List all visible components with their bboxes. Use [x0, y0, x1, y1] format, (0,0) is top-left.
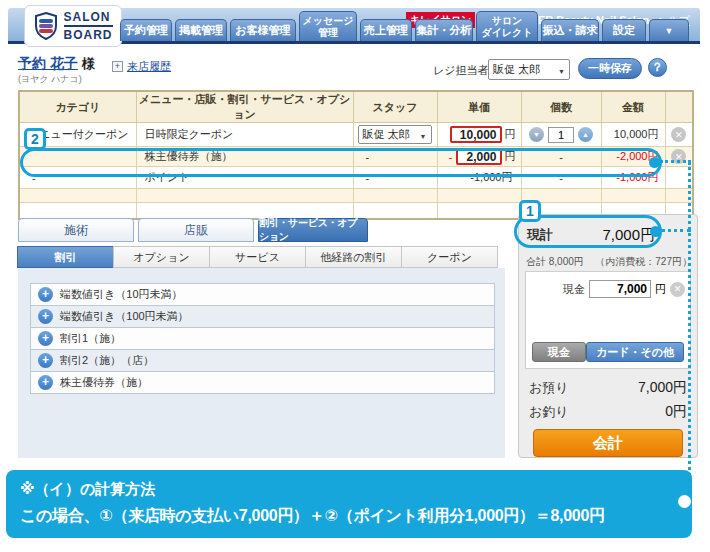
tab-retail[interactable]: 店販	[138, 218, 254, 242]
nav-tab-listing[interactable]: 掲載管理	[175, 19, 227, 41]
nav-tab-reservation[interactable]: 予約管理	[120, 19, 172, 41]
row1-delete-icon[interactable]	[671, 127, 686, 142]
col-delete	[665, 91, 693, 123]
dotted-connector-vertical	[688, 162, 691, 500]
col-quantity: 個数	[521, 91, 601, 123]
row3-menu: ポイント	[136, 167, 353, 189]
top-navbar: SALON BOARD キレイサロン HOT PEPPER Beauty Nai…	[8, 8, 700, 44]
sub-tabs: 割引 オプション サービス 他経路の割引 クーポン	[18, 246, 498, 268]
nav-tab-analytics[interactable]: 集計・分析	[415, 19, 473, 41]
yen-unit: 円	[505, 127, 516, 142]
deposit-label: お預り	[529, 379, 569, 397]
order-table: カテゴリ メニュー・店販・割引・サービス・オプション スタッフ 単価 個数 金額…	[18, 90, 694, 220]
logo-text: SALON BOARD	[64, 11, 113, 41]
order-table-header-row: カテゴリ メニュー・店販・割引・サービス・オプション スタッフ 単価 個数 金額	[19, 91, 693, 123]
chevron-down-icon	[558, 64, 565, 76]
dotted-connector	[661, 229, 691, 232]
temp-save-button[interactable]: 一時保存	[578, 58, 642, 79]
row3-quantity: -	[521, 167, 601, 189]
table-row-shareholder-ticket: 株主優待券（施） - - 円 - -2,000円	[19, 147, 693, 167]
payment-method-tabs: 現金 カード・その他	[532, 342, 684, 362]
subtab-other-route-discount[interactable]: 他経路の割引	[305, 246, 402, 268]
subtab-service[interactable]: サービス	[209, 246, 306, 268]
nav-tab-billing[interactable]: 振込・請求	[541, 19, 599, 41]
yen-unit: 円	[655, 282, 666, 297]
nav-tab-salon-direct[interactable]: サロン ダイレクト	[476, 11, 538, 41]
subtotal-value: 合計 8,000円	[526, 255, 584, 269]
table-row-empty	[19, 189, 693, 203]
discount-list-item[interactable]: 端数値引き（100円未満）	[30, 305, 495, 328]
tab-discount-service-option[interactable]: 割引・サービス・オプション	[258, 218, 368, 242]
current-total-value: 7,000円	[602, 226, 655, 245]
quantity-decrease-icon[interactable]	[529, 127, 544, 142]
calculation-note-box: ※（イ）の計算方法 この場合、①（来店時の支払い7,000円）＋②（ポイント利用…	[6, 470, 692, 538]
row2-quantity: -	[521, 147, 601, 167]
col-unit-price: 単価	[437, 91, 521, 123]
expand-plus-icon	[112, 61, 123, 72]
callout-badge-1: 1	[519, 200, 541, 222]
salon-board-register-page: SALON BOARD キレイサロン HOT PEPPER Beauty Nai…	[0, 0, 710, 552]
add-item-icon[interactable]	[38, 287, 53, 302]
add-item-icon[interactable]	[38, 375, 53, 390]
clear-cash-icon[interactable]	[670, 282, 685, 297]
add-item-icon[interactable]	[38, 309, 53, 324]
row3-staff: -	[353, 167, 437, 189]
payment-panel: 現計 7,000円 合計 8,000円 （内消費税：727円） 現金 円 現金 …	[518, 214, 698, 458]
quantity-increase-icon[interactable]	[578, 127, 593, 142]
current-total-label: 現計	[527, 226, 553, 244]
add-item-icon[interactable]	[38, 331, 53, 346]
customer-kana: (ヨヤク ハナコ)	[18, 73, 82, 86]
subtab-coupon[interactable]: クーポン	[401, 246, 498, 268]
row1-menu: 日時限定クーポン	[136, 123, 353, 147]
callout-badge-2: 2	[24, 128, 46, 150]
row1-staff-select[interactable]: 販促 太郎	[358, 125, 432, 144]
discount-list-item[interactable]: 割引2（施）（店）	[30, 349, 495, 372]
col-menu: メニュー・店販・割引・サービス・オプション	[136, 91, 353, 123]
cashier-select[interactable]: 販促 太郎	[488, 59, 570, 80]
discount-list-item[interactable]: 割引1（施）	[30, 327, 495, 350]
connector-endpoint	[678, 495, 691, 508]
note-title: ※（イ）の計算方法	[20, 480, 678, 499]
nav-tab-message[interactable]: メッセージ 管理	[299, 11, 357, 41]
callout-dot	[649, 157, 660, 168]
cash-amount-input[interactable]	[589, 280, 651, 298]
subtotal-row: 合計 8,000円 （内消費税：727円）	[526, 255, 692, 269]
card-other-method-button[interactable]: カード・その他	[586, 342, 684, 362]
row2-unit-price-input[interactable]	[456, 148, 502, 165]
discount-list-item[interactable]: 株主優待券（施）	[30, 371, 495, 394]
cash-entry-box: 現金 円 現金 カード・その他	[525, 271, 691, 369]
cash-method-button[interactable]: 現金	[532, 342, 586, 362]
customer-honorific: 様	[82, 56, 95, 71]
chevron-down-icon	[420, 129, 427, 141]
row1-unit-price-input[interactable]	[450, 126, 502, 143]
row2-staff: -	[353, 147, 437, 167]
row1-quantity-input[interactable]	[548, 127, 574, 143]
row3-unit-price: -1,000円	[437, 167, 521, 189]
salon-board-logo[interactable]: SALON BOARD	[24, 5, 122, 47]
current-total-row: 現計 7,000円	[527, 222, 655, 248]
table-row-coupon: メニュー付クーポン 日時限定クーポン 販促 太郎 円 10,000円	[19, 123, 693, 147]
visit-history-link[interactable]: 来店履歴	[112, 59, 171, 74]
subtab-option[interactable]: オプション	[113, 246, 210, 268]
yen-unit: 円	[505, 149, 516, 164]
deposit-row: お預り 7,000円	[529, 379, 687, 397]
col-category: カテゴリ	[19, 91, 136, 123]
dotted-connector	[660, 160, 691, 163]
col-staff: スタッフ	[353, 91, 437, 123]
checkout-button[interactable]: 会計	[533, 429, 683, 457]
help-button[interactable]: ？	[648, 58, 667, 77]
discount-list: 端数値引き（10円未満） 端数値引き（100円未満） 割引1（施） 割引2（施）…	[30, 284, 495, 394]
row1-amount: 10,000円	[601, 123, 665, 147]
discount-list-item[interactable]: 端数値引き（10円未満）	[30, 283, 495, 306]
deposit-value: 7,000円	[638, 379, 687, 397]
tab-treatment[interactable]: 施術	[18, 218, 134, 242]
change-row: お釣り 0円	[529, 403, 687, 421]
nav-tab-more[interactable]: ▼	[649, 19, 689, 41]
add-item-icon[interactable]	[38, 353, 53, 368]
subtab-discount[interactable]: 割引	[17, 246, 114, 268]
nav-tab-sales[interactable]: 売上管理	[360, 19, 412, 41]
nav-tab-customer[interactable]: お客様管理	[230, 19, 296, 41]
nav-tab-settings[interactable]: 設定	[602, 19, 646, 41]
customer-name-link[interactable]: 予約 花子	[18, 55, 78, 71]
col-amount: 金額	[601, 91, 665, 123]
